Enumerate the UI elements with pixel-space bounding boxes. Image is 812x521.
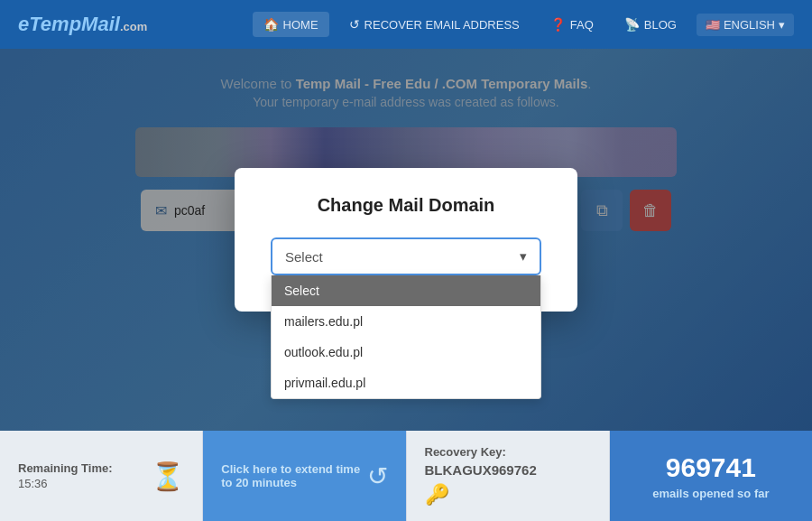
extend-time-inner: Click here to extend time to 20 minutes … [221, 461, 387, 491]
nav-faq-label: FAQ [570, 18, 594, 32]
flag-icon: 🇺🇸 [706, 18, 720, 32]
modal-overlay: Change Mail Domain Select ▾ Select maile… [0, 49, 812, 431]
recovery-key-card: Recovery Key: BLKAGUX969762 🔑 [407, 431, 610, 521]
nav-blog[interactable]: 📡 BLOG [614, 12, 687, 37]
navbar: eTempMail.com 🏠 HOME ↺ RECOVER EMAIL ADD… [0, 0, 812, 49]
dropdown-option-select[interactable]: Select [272, 275, 540, 306]
remaining-time-title: Remaining Time: [18, 461, 113, 475]
key-icon: 🔑 [425, 483, 591, 507]
recovery-key-title: Recovery Key: [425, 445, 591, 459]
nav-recover[interactable]: ↺ RECOVER EMAIL ADDRESS [338, 12, 531, 37]
dropdown-option-mailers[interactable]: mailers.edu.pl [272, 306, 540, 337]
nav-home[interactable]: 🏠 HOME [253, 12, 329, 37]
nav-home-label: HOME [283, 18, 318, 32]
cards-row: Remaining Time: 15:36 ⏳ Click here to ex… [0, 431, 812, 521]
remaining-time-value: 15:36 [18, 477, 113, 490]
nav-recover-label: RECOVER EMAIL ADDRESS [364, 18, 520, 32]
dropdown-option-privmail[interactable]: privmail.edu.pl [272, 367, 540, 398]
nav-faq[interactable]: ❓ FAQ [540, 12, 604, 37]
brand-com: .com [120, 20, 147, 33]
nav-blog-label: BLOG [644, 18, 677, 32]
chevron-down-icon: ▾ [520, 248, 527, 265]
extend-time-title: Click here to extend time to 20 minutes [221, 462, 366, 489]
hourglass-icon: ⏳ [151, 461, 184, 492]
remaining-time-text: Remaining Time: 15:36 [18, 461, 113, 490]
faq-icon: ❓ [550, 17, 566, 32]
brand-logo: eTempMail.com [18, 13, 147, 36]
domain-select-display[interactable]: Select ▾ [271, 237, 541, 275]
home-icon: 🏠 [263, 17, 279, 32]
change-mail-domain-modal: Change Mail Domain Select ▾ Select maile… [235, 168, 577, 312]
domain-dropdown-list: Select mailers.edu.pl outlook.edu.pl pri… [271, 275, 541, 399]
domain-select-wrapper: Select ▾ Select mailers.edu.pl outlook.e… [271, 237, 541, 275]
recovery-key-value: BLKAGUX969762 [425, 462, 591, 478]
brand-name: eTempMail [18, 13, 120, 35]
recover-icon: ↺ [349, 17, 360, 32]
language-button[interactable]: 🇺🇸 ENGLISH ▾ [697, 14, 794, 36]
language-label: ENGLISH [724, 18, 775, 32]
main-content: Welcome to Temp Mail - Free Edu / .COM T… [0, 49, 812, 431]
emails-count-card: 969741 emails opened so far [610, 431, 812, 521]
chevron-down-icon: ▾ [779, 18, 785, 32]
select-current-value: Select [285, 249, 323, 265]
remaining-time-inner: Remaining Time: 15:36 ⏳ [18, 461, 184, 492]
remaining-time-card: Remaining Time: 15:36 ⏳ [0, 431, 203, 521]
modal-title: Change Mail Domain [271, 195, 541, 216]
blog-icon: 📡 [624, 17, 640, 32]
emails-count-number: 969741 [628, 452, 794, 483]
extend-time-card[interactable]: Click here to extend time to 20 minutes … [203, 431, 406, 521]
refresh-icon: ↺ [367, 461, 388, 491]
nav-items: 🏠 HOME ↺ RECOVER EMAIL ADDRESS ❓ FAQ 📡 B… [253, 12, 794, 37]
dropdown-option-outlook[interactable]: outlook.edu.pl [272, 337, 540, 367]
emails-count-label: emails opened so far [628, 487, 794, 500]
